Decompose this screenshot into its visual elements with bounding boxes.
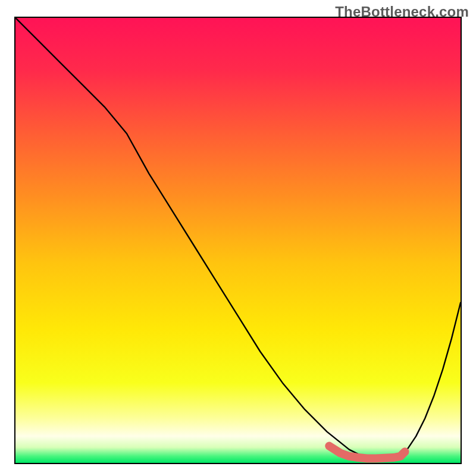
svg-rect-0 [15,18,461,463]
background-gradient [15,18,461,463]
chart-canvas: TheBottleneck.com [0,0,476,476]
plot-area [14,17,462,464]
